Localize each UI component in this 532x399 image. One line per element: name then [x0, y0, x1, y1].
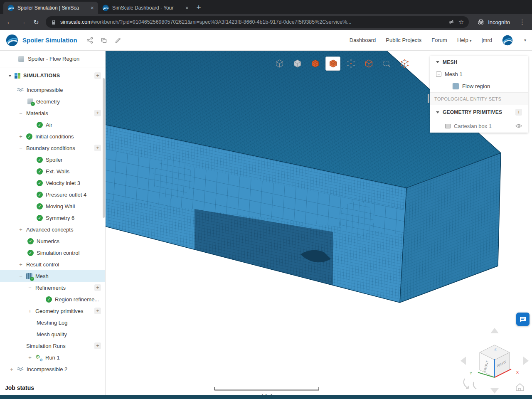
collapse-toggle-icon[interactable]: − — [18, 110, 23, 116]
simulations-section-header[interactable]: SIMULATIONS + — [0, 67, 105, 84]
tab-simscale-dashboard[interactable]: SimScale Dashboard - Your × — [98, 2, 193, 14]
tree-item-incompressible[interactable]: − Incompressible — [0, 84, 105, 96]
rotate-cw-icon[interactable] — [473, 382, 476, 389]
rotate-down-arrow-icon[interactable] — [490, 388, 499, 394]
expand-toggle-icon[interactable]: + — [18, 133, 23, 140]
collapse-toggle-icon[interactable]: − — [18, 343, 23, 349]
wireframe-view-button[interactable] — [361, 57, 376, 71]
tree-item-boundary-conditions[interactable]: − Boundary conditions + — [0, 142, 105, 154]
tree-item-geometry[interactable]: Geometry — [0, 96, 105, 107]
home-view-icon[interactable] — [516, 384, 524, 391]
chevron-down-icon[interactable] — [436, 61, 439, 63]
tree-item-simulation-runs[interactable]: − Simulation Runs + — [0, 340, 105, 352]
visibility-eye-icon[interactable] — [515, 123, 522, 128]
tree-item-run-1[interactable]: + ⚙⚙ Run 1 — [0, 352, 105, 363]
tree-item-air[interactable]: Air — [0, 119, 105, 131]
tree-item-region-refinement[interactable]: Region refineme... — [0, 293, 105, 305]
tree-item-symmetry-6[interactable]: Symmetry 6 — [0, 212, 105, 224]
rotate-up-arrow-icon[interactable] — [490, 328, 499, 333]
tree-item-result-control[interactable]: + Result control — [0, 259, 105, 270]
browser-menu-icon[interactable]: ⋮ — [517, 18, 528, 26]
tree-item-incompressible-2[interactable]: + Incompressible 2 — [0, 363, 105, 375]
add-simulation-run-button[interactable]: + — [94, 342, 101, 349]
add-simulation-button[interactable]: + — [94, 72, 101, 79]
volume-mesh-view-button[interactable] — [308, 57, 323, 71]
tree-item-mesh[interactable]: − Mesh — [0, 270, 105, 282]
rotate-ccw-icon[interactable] — [464, 379, 469, 389]
3d-viewport[interactable]: MESH − Mesh 1 Flow region TOPOLOGICAL EN… — [106, 51, 532, 395]
add-refinement-button[interactable]: + — [94, 284, 101, 291]
tree-item-simulation-control[interactable]: Simulation control — [0, 247, 105, 259]
add-material-button[interactable]: + — [94, 110, 101, 116]
clip-plane-button[interactable] — [272, 57, 287, 71]
tree-item-initial-conditions[interactable]: + Initial conditions — [0, 131, 105, 142]
mesh-nodes-button[interactable] — [397, 57, 412, 71]
tree-item-pressure-outlet-4[interactable]: Pressure outlet 4 — [0, 189, 105, 200]
geometry-primitives-section-header[interactable]: GEOMETRY PRIMITIVES + — [430, 105, 528, 119]
expand-toggle-icon[interactable]: + — [27, 355, 32, 361]
tree-item-refinements[interactable]: − Refinements + — [0, 282, 105, 293]
tree-item-materials[interactable]: − Materials + — [0, 107, 105, 119]
expand-toggle-icon[interactable]: + — [18, 227, 23, 233]
chevron-down-icon[interactable] — [436, 111, 439, 113]
collapse-toggle-icon[interactable]: − — [18, 145, 23, 151]
surface-mesh-view-button[interactable] — [325, 57, 340, 71]
solid-view-button[interactable] — [290, 57, 305, 71]
new-tab-button[interactable]: + — [193, 2, 204, 13]
user-avatar[interactable] — [502, 35, 513, 46]
collapse-toggle-icon[interactable]: − — [27, 285, 32, 291]
cartesian-box-item[interactable]: Cartesian box 1 — [430, 119, 528, 133]
collapse-toggle-icon[interactable]: − — [436, 71, 441, 77]
address-bar[interactable]: simscale.com/workbench/?pid=910465256980… — [46, 16, 469, 28]
mesh-section-header[interactable]: MESH — [430, 56, 528, 68]
nav-forum[interactable]: Forum — [431, 37, 447, 43]
nav-dashboard[interactable]: Dashboard — [350, 37, 376, 43]
tree-item-ext-walls[interactable]: Ext. Walls — [0, 165, 105, 177]
viewport-scrollbar[interactable] — [428, 94, 429, 103]
tab-spoiler-simulation[interactable]: Spoiler Simulation | SimSca × — [3, 2, 98, 14]
share-icon[interactable] — [86, 37, 93, 44]
orientation-gizmo[interactable]: FRONT RIGHT Z X Y — [451, 323, 532, 395]
forward-icon[interactable]: → — [17, 17, 28, 27]
tree-item-meshing-log[interactable]: Meshing Log — [0, 317, 105, 328]
flow-region-item[interactable]: Flow region — [430, 80, 528, 92]
nav-help[interactable]: Help▾ — [457, 37, 472, 43]
tree-item-moving-wall[interactable]: Moving Wall — [0, 200, 105, 212]
tree-item-velocity-inlet-3[interactable]: Velocity inlet 3 — [0, 177, 105, 189]
bookmark-star-icon[interactable]: ☆ — [458, 18, 464, 26]
support-chat-button[interactable] — [516, 313, 530, 326]
add-geometry-primitive-button[interactable]: + — [94, 308, 101, 314]
edit-pencil-icon[interactable] — [115, 37, 121, 44]
lock-icon[interactable] — [51, 19, 57, 25]
collapse-toggle-icon[interactable]: − — [9, 87, 14, 93]
point-view-button[interactable] — [343, 57, 358, 71]
tree-item-numerics[interactable]: Numerics — [0, 235, 105, 247]
nav-public-projects[interactable]: Public Projects — [386, 37, 421, 43]
mesh-1-item[interactable]: − Mesh 1 — [430, 68, 528, 80]
add-geometry-primitive-button[interactable]: + — [515, 109, 522, 116]
browser-toolbar: ← → ↻ simscale.com/workbench/?pid=910465… — [0, 14, 532, 30]
expand-toggle-icon[interactable]: + — [9, 366, 14, 372]
expand-toggle-icon[interactable]: + — [27, 308, 32, 314]
rotate-left-arrow-icon[interactable] — [461, 357, 466, 365]
tree-item-spoiler[interactable]: Spoiler — [0, 154, 105, 165]
reload-icon[interactable]: ↻ — [31, 17, 42, 27]
back-icon[interactable]: ← — [4, 17, 15, 27]
box-selection-button[interactable] — [379, 57, 394, 71]
copy-project-icon[interactable] — [101, 37, 107, 44]
tree-item-flow-region-geometry[interactable]: Spoiler - Flow Region — [0, 51, 105, 67]
chevron-down-icon[interactable] — [8, 75, 12, 77]
eye-off-icon[interactable] — [448, 19, 455, 25]
rotate-right-arrow-icon[interactable] — [523, 357, 529, 365]
tab-close-icon[interactable]: × — [185, 5, 189, 11]
job-status-bar[interactable]: Job status — [0, 380, 105, 395]
tree-item-geometry-primitives[interactable]: + Geometry primitives + — [0, 305, 105, 317]
tree-item-mesh-quality[interactable]: Mesh quality — [0, 328, 105, 340]
expand-toggle-icon[interactable]: + — [18, 261, 23, 268]
account-chevron-icon[interactable]: ▾ — [524, 38, 526, 42]
sidebar-scrollbar[interactable] — [103, 78, 105, 218]
tree-item-advanced-concepts[interactable]: + Advanced concepts — [0, 224, 105, 235]
add-boundary-condition-button[interactable]: + — [94, 145, 101, 151]
collapse-toggle-icon[interactable]: − — [18, 273, 23, 279]
tab-close-icon[interactable]: × — [91, 5, 94, 11]
